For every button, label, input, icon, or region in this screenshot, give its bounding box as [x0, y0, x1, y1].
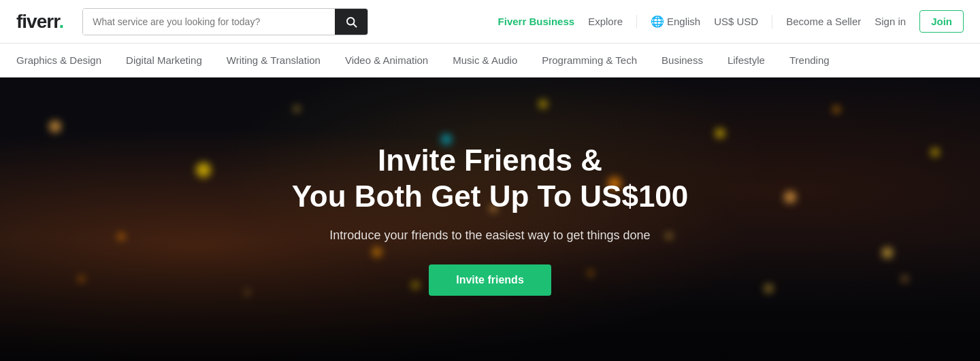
- bokeh-dot: [196, 162, 211, 177]
- search-bar: [82, 8, 368, 35]
- globe-icon: 🌐: [651, 15, 664, 28]
- language-label: English: [667, 16, 700, 27]
- bokeh-dot: [49, 120, 61, 133]
- search-button[interactable]: [335, 9, 368, 35]
- category-nav-item[interactable]: Digital Marketing: [114, 44, 214, 77]
- category-nav-item[interactable]: Business: [649, 44, 715, 77]
- currency-selector[interactable]: US$ USD: [714, 16, 758, 27]
- category-nav-item[interactable]: Music & Audio: [440, 44, 529, 77]
- nav-divider2: [772, 15, 772, 29]
- main-nav: Fiverr Business Explore 🌐 English US$ US…: [498, 10, 964, 33]
- join-button[interactable]: Join: [919, 10, 964, 33]
- bokeh-dot: [294, 106, 299, 111]
- hero-title-line1: Invite Friends &: [292, 143, 689, 179]
- header: fiverr. Fiverr Business Explore 🌐 Englis…: [0, 0, 980, 44]
- become-seller-link[interactable]: Become a Seller: [786, 16, 861, 27]
- language-selector[interactable]: 🌐 English: [651, 15, 700, 28]
- bokeh-dot: [833, 106, 840, 113]
- bokeh-dot: [931, 148, 939, 156]
- hero-title-line2: You Both Get Up To US$100: [292, 179, 689, 215]
- logo[interactable]: fiverr.: [16, 11, 63, 33]
- logo-text: fiverr: [16, 11, 59, 32]
- invite-friends-button[interactable]: Invite friends: [429, 264, 551, 296]
- search-icon: [345, 16, 357, 28]
- bokeh-dot: [539, 100, 547, 108]
- category-nav-item[interactable]: Lifestyle: [715, 44, 777, 77]
- category-nav-item[interactable]: Trending: [777, 44, 842, 77]
- bokeh-dot: [784, 191, 796, 203]
- sign-in-link[interactable]: Sign in: [875, 16, 906, 27]
- hero-section: Invite Friends & You Both Get Up To US$1…: [0, 78, 980, 361]
- search-input[interactable]: [83, 9, 335, 35]
- hero-content: Invite Friends & You Both Get Up To US$1…: [292, 143, 689, 296]
- category-nav-item[interactable]: Video & Animation: [333, 44, 440, 77]
- category-nav: Graphics & DesignDigital MarketingWritin…: [0, 44, 980, 78]
- fiverr-business-link[interactable]: Fiverr Business: [498, 16, 575, 27]
- bokeh-dot: [715, 128, 725, 138]
- nav-divider: [636, 15, 637, 29]
- hero-subtitle: Introduce your friends to the easiest wa…: [292, 228, 689, 243]
- svg-line-1: [354, 24, 357, 27]
- category-nav-item[interactable]: Programming & Tech: [529, 44, 649, 77]
- category-nav-item[interactable]: Graphics & Design: [16, 44, 114, 77]
- explore-link[interactable]: Explore: [588, 16, 623, 27]
- category-nav-item[interactable]: Writing & Translation: [214, 44, 333, 77]
